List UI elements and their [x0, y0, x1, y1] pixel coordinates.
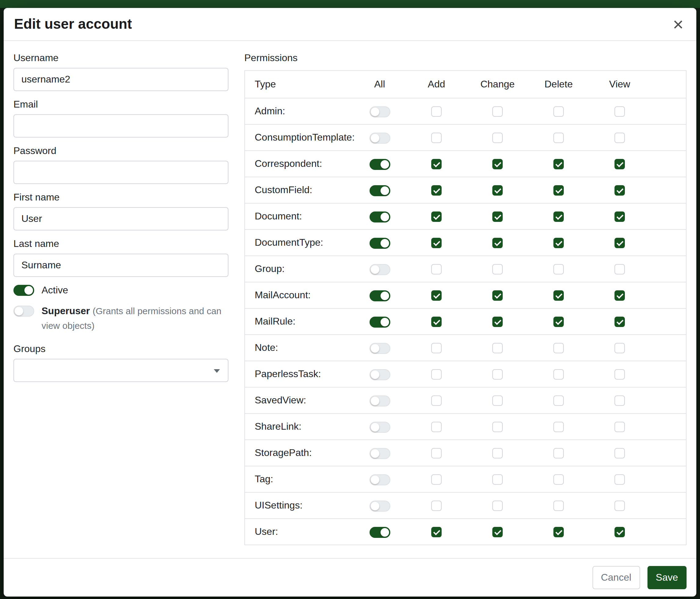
permission-delete-checkbox[interactable]	[553, 422, 564, 432]
permission-change-checkbox[interactable]	[492, 501, 503, 511]
permission-view-checkbox[interactable]	[615, 238, 625, 248]
permission-change-checkbox[interactable]	[492, 133, 503, 143]
username-input[interactable]	[14, 68, 228, 91]
close-icon[interactable]: ×	[670, 17, 686, 31]
permission-add-checkbox[interactable]	[431, 343, 442, 354]
permission-all-toggle[interactable]	[369, 185, 390, 196]
permission-change-checkbox[interactable]	[492, 212, 503, 222]
permission-add-checkbox[interactable]	[431, 527, 442, 537]
permission-change-checkbox[interactable]	[492, 422, 503, 432]
permission-delete-checkbox[interactable]	[553, 264, 564, 275]
permission-change-checkbox[interactable]	[492, 264, 503, 275]
permission-change-checkbox[interactable]	[492, 396, 503, 406]
permission-all-toggle[interactable]	[369, 501, 390, 511]
permission-add-checkbox[interactable]	[431, 501, 442, 511]
permission-all-toggle[interactable]	[369, 264, 390, 275]
permission-change-checkbox[interactable]	[492, 238, 503, 248]
permission-delete-checkbox[interactable]	[553, 475, 564, 485]
permission-delete-checkbox[interactable]	[553, 291, 564, 301]
permission-add-checkbox[interactable]	[431, 107, 442, 117]
permission-view-checkbox[interactable]	[615, 133, 625, 143]
permission-change-checkbox[interactable]	[492, 369, 503, 380]
permission-delete-checkbox[interactable]	[553, 527, 564, 537]
permission-view-checkbox[interactable]	[615, 159, 625, 170]
permission-add-checkbox[interactable]	[431, 369, 442, 380]
permission-all-toggle[interactable]	[369, 527, 390, 538]
permission-change-checkbox[interactable]	[492, 107, 503, 117]
permission-type-label: UISettings:	[245, 492, 353, 519]
permission-delete-checkbox[interactable]	[553, 448, 564, 459]
cancel-button[interactable]: Cancel	[592, 566, 640, 589]
active-toggle[interactable]	[14, 285, 34, 296]
permission-add-checkbox[interactable]	[431, 396, 442, 406]
permission-all-toggle[interactable]	[369, 106, 390, 117]
permission-change-checkbox[interactable]	[492, 186, 503, 196]
permission-all-toggle[interactable]	[369, 212, 390, 222]
permission-add-checkbox[interactable]	[431, 133, 442, 143]
permission-all-toggle[interactable]	[369, 474, 390, 485]
permission-add-checkbox[interactable]	[431, 212, 442, 222]
first-name-field[interactable]	[14, 207, 228, 231]
last-name-field[interactable]	[14, 254, 228, 277]
permission-all-toggle[interactable]	[369, 238, 390, 249]
permission-view-checkbox[interactable]	[615, 107, 625, 117]
permission-delete-checkbox[interactable]	[553, 396, 564, 406]
permission-delete-checkbox[interactable]	[553, 317, 564, 327]
permission-view-checkbox[interactable]	[615, 527, 625, 537]
permission-change-checkbox[interactable]	[492, 159, 503, 170]
permission-all-toggle[interactable]	[369, 448, 390, 459]
permission-delete-checkbox[interactable]	[553, 159, 564, 170]
chevron-down-icon	[214, 369, 220, 373]
save-button[interactable]: Save	[647, 566, 686, 589]
permission-delete-checkbox[interactable]	[553, 186, 564, 196]
superuser-toggle[interactable]	[14, 306, 34, 317]
permission-delete-checkbox[interactable]	[553, 107, 564, 117]
permission-change-checkbox[interactable]	[492, 527, 503, 537]
permission-all-toggle[interactable]	[369, 396, 390, 406]
permission-view-checkbox[interactable]	[615, 291, 625, 301]
permission-all-toggle[interactable]	[369, 422, 390, 433]
permission-view-checkbox[interactable]	[615, 317, 625, 327]
permission-add-checkbox[interactable]	[431, 238, 442, 248]
permission-view-checkbox[interactable]	[615, 448, 625, 459]
permission-add-checkbox[interactable]	[431, 475, 442, 485]
permission-change-checkbox[interactable]	[492, 291, 503, 301]
permission-all-toggle[interactable]	[369, 317, 390, 328]
permission-add-checkbox[interactable]	[431, 422, 442, 432]
permission-add-checkbox[interactable]	[431, 317, 442, 327]
permission-all-toggle[interactable]	[369, 290, 390, 301]
email-field[interactable]	[14, 114, 228, 138]
permission-view-checkbox[interactable]	[615, 501, 625, 511]
permission-all-toggle[interactable]	[369, 159, 390, 170]
permission-view-checkbox[interactable]	[615, 475, 625, 485]
permission-change-checkbox[interactable]	[492, 475, 503, 485]
last-name-group: Last name	[14, 237, 228, 277]
permission-all-toggle[interactable]	[369, 343, 390, 354]
permission-add-checkbox[interactable]	[431, 264, 442, 275]
permission-view-checkbox[interactable]	[615, 264, 625, 275]
permission-view-checkbox[interactable]	[615, 369, 625, 380]
permission-change-checkbox[interactable]	[492, 448, 503, 459]
permission-add-checkbox[interactable]	[431, 291, 442, 301]
permission-delete-checkbox[interactable]	[553, 343, 564, 354]
permission-all-toggle[interactable]	[369, 369, 390, 380]
permission-change-checkbox[interactable]	[492, 343, 503, 354]
permission-change-checkbox[interactable]	[492, 317, 503, 327]
permission-view-checkbox[interactable]	[615, 396, 625, 406]
permission-view-checkbox[interactable]	[615, 343, 625, 354]
permission-all-toggle[interactable]	[369, 133, 390, 144]
permission-delete-checkbox[interactable]	[553, 212, 564, 222]
permission-view-checkbox[interactable]	[615, 212, 625, 222]
permission-delete-checkbox[interactable]	[553, 501, 564, 511]
groups-select[interactable]	[14, 359, 228, 382]
permission-delete-checkbox[interactable]	[553, 369, 564, 380]
permission-delete-checkbox[interactable]	[553, 238, 564, 248]
permission-delete-checkbox[interactable]	[553, 133, 564, 143]
permission-view-checkbox[interactable]	[615, 422, 625, 432]
permission-view-checkbox[interactable]	[615, 186, 625, 196]
row-spacer	[650, 519, 686, 545]
permission-add-checkbox[interactable]	[431, 159, 442, 170]
permission-add-checkbox[interactable]	[431, 186, 442, 196]
password-field[interactable]	[14, 161, 228, 184]
permission-add-checkbox[interactable]	[431, 448, 442, 459]
